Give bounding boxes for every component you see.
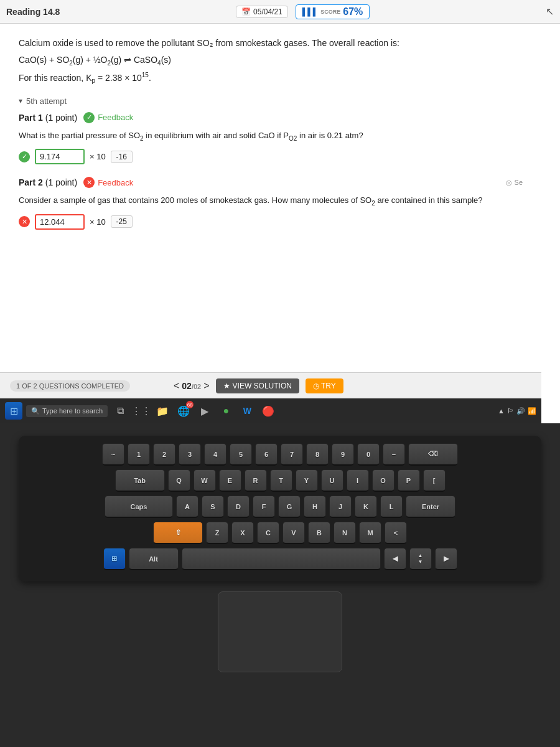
keyboard-area: ~ 1 2 3 4 5 6 7 8 9 0 − ⌫ Tab Q W E R T … (0, 423, 560, 747)
part2-x-icon: ✕ (19, 216, 30, 227)
key-arrow-left[interactable]: ◀ (384, 548, 406, 570)
nav-prev-button[interactable]: < (174, 380, 179, 392)
key-o[interactable]: O (372, 469, 394, 492)
key-5[interactable]: 5 (230, 443, 252, 466)
key-m[interactable]: M (359, 522, 381, 544)
taskbar-icon-app1[interactable]: ▶ (196, 402, 213, 420)
key-l[interactable]: L (380, 496, 403, 518)
nav-arrows: < 02/02 > (174, 380, 210, 392)
key-4[interactable]: 4 (204, 443, 226, 466)
key-tab[interactable]: Tab (115, 469, 165, 492)
star-icon: ★ (223, 382, 230, 390)
key-row-zxcv: ⇧ Z X C V B N M < (28, 522, 532, 544)
key-minus[interactable]: − (383, 443, 405, 466)
equation-line: CaO(s) + SO2(g) + ½O2(g) ⇌ CaSO4(s) (19, 55, 523, 67)
topbar-center: 📅 05/04/21 ▌▌▌ SCORE 67% (65, 4, 541, 19)
taskbar-right: ▲ 🏳 🔊 📶 (498, 407, 536, 415)
key-y[interactable]: Y (296, 469, 318, 492)
taskbar-search[interactable]: 🔍 Type here to search (26, 405, 108, 417)
key-arrow-up-down[interactable]: ▲▼ (409, 548, 432, 570)
key-x[interactable]: X (231, 522, 254, 544)
key-9[interactable]: 9 (332, 443, 354, 466)
taskbar-badge-browser[interactable]: 🌐 68 (175, 402, 192, 420)
key-r[interactable]: R (245, 469, 267, 492)
key-shift-left[interactable]: ⇧ (153, 522, 203, 544)
key-i[interactable]: I (347, 469, 369, 492)
key-p[interactable]: P (398, 469, 420, 492)
key-f[interactable]: F (253, 496, 275, 518)
taskbar-volume: 🔊 (516, 407, 525, 415)
key-n[interactable]: N (334, 522, 356, 544)
key-backspace[interactable]: ⌫ (408, 443, 458, 466)
taskbar-flag: 🏳 (507, 407, 514, 415)
part2-title: Part 2 (1 point) (19, 177, 77, 187)
part1-answer-input[interactable] (35, 149, 85, 164)
part2-x-circle: ✕ (83, 177, 95, 188)
part1-feedback-button[interactable]: ✓ Feedback (83, 112, 133, 123)
questions-completed-label: 1 OF 2 QUESTIONS COMPLETED (10, 380, 130, 392)
key-b[interactable]: B (308, 522, 330, 544)
key-h[interactable]: H (304, 496, 326, 518)
taskbar-icon-squares[interactable]: ⧉ (111, 402, 129, 420)
part1-header: Part 1 (1 point) ✓ Feedback (19, 112, 523, 123)
key-2[interactable]: 2 (153, 443, 175, 466)
key-space[interactable] (182, 548, 381, 570)
taskbar-icon-app2[interactable]: 🔴 (259, 402, 277, 420)
key-7[interactable]: 7 (281, 443, 303, 466)
part2-x10-label: × 10 (90, 217, 106, 227)
part1-check-circle: ✓ (83, 112, 95, 123)
key-8[interactable]: 8 (306, 443, 329, 466)
part1-x10-label: × 10 (90, 152, 106, 161)
view-solution-button[interactable]: ★ VIEW SOLUTION (216, 378, 299, 393)
key-k[interactable]: K (355, 496, 377, 518)
try-label: TRY (321, 382, 336, 390)
key-enter[interactable]: Enter (406, 496, 455, 518)
key-z[interactable]: Z (206, 522, 228, 544)
touchpad[interactable] (218, 591, 342, 672)
taskbar-icon-grid[interactable]: ⋮⋮ (133, 402, 150, 420)
key-a[interactable]: A (176, 496, 198, 518)
taskbar-icon-folder[interactable]: 📁 (154, 402, 171, 420)
key-6[interactable]: 6 (255, 443, 278, 466)
key-0[interactable]: 0 (357, 443, 380, 466)
key-g[interactable]: G (278, 496, 301, 518)
key-1[interactable]: 1 (128, 443, 150, 466)
key-3[interactable]: 3 (179, 443, 201, 466)
key-alt[interactable]: Alt (129, 548, 179, 570)
key-u[interactable]: U (321, 469, 343, 492)
taskbar-icon-chrome[interactable]: ● (217, 402, 235, 420)
key-windows[interactable]: ⊞ (103, 548, 126, 570)
nav-next-button[interactable]: > (203, 380, 209, 392)
key-e[interactable]: E (219, 469, 241, 492)
keyboard: ~ 1 2 3 4 5 6 7 8 9 0 − ⌫ Tab Q W E R T … (19, 436, 541, 581)
calendar-icon: 📅 (241, 7, 251, 16)
main-content: Calcium oxide is used to remove the poll… (0, 24, 541, 398)
laptop-screen: Reading 14.8 📅 05/04/21 ▌▌▌ SCORE 67% ↖ … (0, 0, 560, 423)
key-d[interactable]: D (227, 496, 250, 518)
part1-section: Part 1 (1 point) ✓ Feedback What is the … (19, 112, 523, 165)
taskbar-icon-word[interactable]: W (238, 402, 256, 420)
windows-button[interactable]: ⊞ (5, 402, 22, 420)
search-text: Type here to search (42, 407, 103, 415)
key-c[interactable]: C (257, 522, 279, 544)
key-arrow-right[interactable]: ▶ (435, 548, 457, 570)
key-tilde[interactable]: ~ (102, 443, 124, 466)
part2-section: Part 2 (1 point) ✕ Feedback ◎ Se Conside… (19, 177, 523, 230)
key-q[interactable]: Q (168, 469, 190, 492)
part2-feedback-button[interactable]: ✕ Feedback (83, 177, 133, 188)
score-label: SCORE (320, 9, 340, 15)
badge-number: 68 (186, 401, 194, 408)
part2-answer-input[interactable] (35, 214, 85, 230)
key-w[interactable]: W (194, 469, 216, 492)
bottom-question-bar: 1 OF 2 QUESTIONS COMPLETED < 02/02 > ★ V… (0, 372, 541, 398)
key-t[interactable]: T (270, 469, 292, 492)
key-s[interactable]: S (202, 496, 224, 518)
key-comma[interactable]: < (385, 522, 407, 544)
key-bracket-left[interactable]: [ (423, 469, 446, 492)
key-j[interactable]: J (329, 496, 352, 518)
key-v[interactable]: V (282, 522, 305, 544)
key-row-qwerty: Tab Q W E R T Y U I O P [ (28, 469, 532, 492)
reading-label: Reading 14.8 (6, 7, 60, 17)
key-capslock[interactable]: Caps (105, 496, 173, 518)
try-button[interactable]: ◷ TRY (306, 378, 343, 393)
